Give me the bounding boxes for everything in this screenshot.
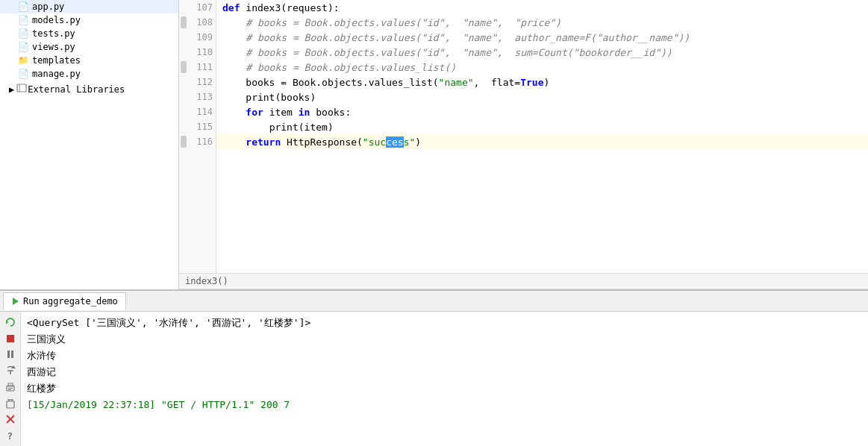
line-number-109: 109 bbox=[179, 30, 216, 45]
line-number-111: 111 bbox=[179, 60, 216, 75]
svg-marker-2 bbox=[13, 298, 19, 305]
editor-area: 107 108 109 110 111 bbox=[179, 0, 868, 289]
breadcrumb-bar: index3() bbox=[179, 273, 868, 289]
file-icon-tests: 📄 bbox=[18, 28, 29, 39]
sidebar-item-modelspy[interactable]: 📄 models.py bbox=[0, 13, 178, 27]
bookmark-116 bbox=[181, 136, 187, 148]
pause-button[interactable] bbox=[2, 348, 19, 362]
line-number-110: 110 bbox=[179, 45, 216, 60]
bookmark-111 bbox=[181, 61, 187, 73]
sidebar-label-managepy: manage.py bbox=[32, 69, 81, 79]
rerun-button[interactable] bbox=[2, 315, 19, 330]
console-item-4: 红楼梦 bbox=[27, 380, 862, 397]
code-line-108: # books = Book.objects.values("id", "nam… bbox=[216, 15, 868, 30]
svg-rect-12 bbox=[8, 388, 13, 389]
code-line-111: # books = Book.objects.values_list() bbox=[216, 60, 868, 75]
tab-run-label: Run bbox=[23, 296, 40, 307]
code-line-113: print(books) bbox=[216, 89, 868, 104]
svg-rect-0 bbox=[17, 84, 26, 92]
console-log-line: [15/Jan/2019 22:37:18] "GET / HTTP/1.1" … bbox=[27, 397, 862, 413]
code-line-107: def index3(request): bbox=[216, 0, 868, 15]
code-line-116: return HttpResponse("success") bbox=[216, 134, 868, 149]
bottom-panel: Run aggregate_demo bbox=[0, 289, 868, 446]
console-item-1: 三国演义 bbox=[27, 331, 862, 348]
line-number-108: 108 bbox=[179, 15, 216, 30]
line-number-114: 114 bbox=[179, 104, 216, 119]
sidebar-label-external-libs: External Libraries bbox=[28, 84, 125, 95]
print-button[interactable] bbox=[2, 380, 19, 395]
code-content[interactable]: def index3(request): # books = Book.obje… bbox=[216, 0, 868, 273]
sidebar-item-testspy[interactable]: 📄 tests.py bbox=[0, 27, 178, 40]
sidebar-item-templates[interactable]: 📁 templates bbox=[0, 54, 178, 67]
code-view[interactable]: 107 108 109 110 111 bbox=[179, 0, 868, 273]
svg-rect-14 bbox=[7, 401, 14, 408]
svg-rect-13 bbox=[8, 389, 11, 390]
clear-button[interactable] bbox=[2, 396, 19, 411]
sidebar-label-viewspy: views.py bbox=[32, 42, 75, 52]
line-number-113: 113 bbox=[179, 89, 216, 104]
file-icon: 📄 bbox=[18, 1, 29, 12]
sidebar-item-viewspy[interactable]: 📄 views.py bbox=[0, 40, 178, 54]
folder-icon-templates: 📁 bbox=[18, 55, 29, 66]
console-output: <QuerySet ['三国演义', '水浒传', '西游记', '红楼梦']>… bbox=[21, 312, 868, 446]
svg-rect-5 bbox=[7, 351, 10, 358]
svg-rect-4 bbox=[7, 335, 14, 342]
code-line-114: for item in books: bbox=[216, 104, 868, 119]
console-item-3: 西游记 bbox=[27, 364, 862, 380]
code-line-109: # books = Book.objects.values("id", "nam… bbox=[216, 30, 868, 45]
code-line-110: # books = Book.objects.values("id", "nam… bbox=[216, 45, 868, 60]
bottom-content: ? <QuerySet ['三国演义', '水浒传', '西游记', '红楼梦'… bbox=[0, 312, 868, 446]
file-icon-manage: 📄 bbox=[18, 69, 29, 79]
bottom-tabs: Run aggregate_demo bbox=[0, 291, 868, 312]
sidebar-label-templates: templates bbox=[32, 55, 81, 66]
sidebar-item-external-libs[interactable]: ▶ External Libraries bbox=[0, 81, 178, 98]
stop-button[interactable] bbox=[2, 331, 19, 346]
line-numbers: 107 108 109 110 111 bbox=[179, 0, 216, 273]
step-over-button[interactable] bbox=[2, 363, 19, 378]
tab-aggregate-label: aggregate_demo bbox=[43, 296, 118, 307]
sidebar-item-apppy[interactable]: 📄 app.py bbox=[0, 0, 178, 13]
sidebar-label-apppy: app.py bbox=[32, 1, 64, 12]
tab-run[interactable]: Run aggregate_demo bbox=[3, 292, 126, 310]
close-button[interactable] bbox=[2, 412, 19, 427]
help-button[interactable]: ? bbox=[2, 428, 19, 443]
breadcrumb: index3() bbox=[185, 276, 228, 286]
code-line-112: books = Book.objects.values_list("name",… bbox=[216, 75, 868, 89]
line-number-107: 107 bbox=[179, 0, 216, 15]
sidebar-item-managepy[interactable]: 📄 manage.py bbox=[0, 67, 178, 81]
file-icon-views: 📄 bbox=[18, 42, 29, 52]
run-icon bbox=[11, 297, 20, 306]
svg-rect-6 bbox=[11, 351, 13, 358]
console-item-2: 水浒传 bbox=[27, 348, 862, 364]
library-icon bbox=[16, 82, 28, 94]
line-number-115: 115 bbox=[179, 119, 216, 134]
console-queryset-line: <QuerySet ['三国演义', '水浒传', '西游记', '红楼梦']> bbox=[27, 315, 862, 331]
main-area: 📄 app.py 📄 models.py 📄 tests.py 📄 views.… bbox=[0, 0, 868, 289]
code-line-115: print(item) bbox=[216, 119, 868, 134]
sidebar-label-testspy: tests.py bbox=[32, 28, 75, 39]
sidebar: 📄 app.py 📄 models.py 📄 tests.py 📄 views.… bbox=[0, 0, 179, 289]
bottom-left-toolbar: ? bbox=[0, 312, 21, 446]
line-number-112: 112 bbox=[179, 75, 216, 89]
bookmark-108 bbox=[181, 16, 187, 28]
file-icon-models: 📄 bbox=[18, 15, 29, 25]
line-number-116: 116 bbox=[179, 134, 216, 149]
sidebar-label-modelspy: models.py bbox=[32, 15, 81, 25]
